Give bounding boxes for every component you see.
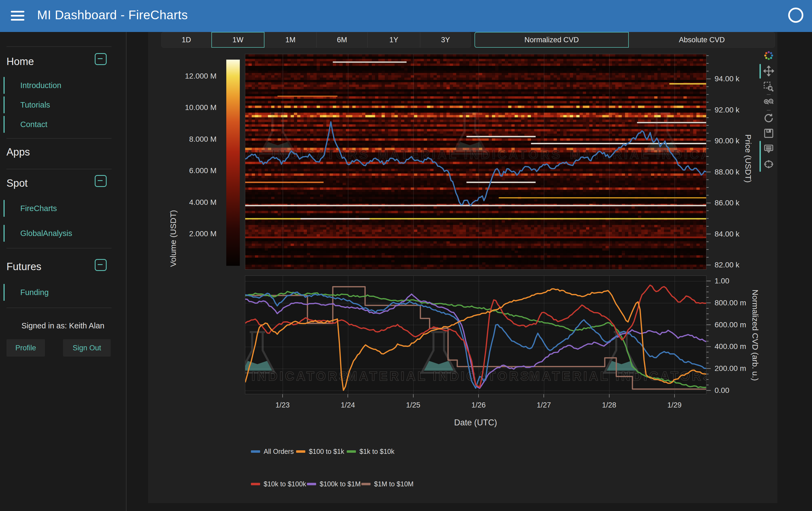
price-tick-label: 90.00 k bbox=[715, 137, 740, 145]
page-title: MI Dashboard - FireCharts bbox=[37, 7, 188, 22]
legend-swatch bbox=[296, 450, 305, 453]
price-tick-label: 92.00 k bbox=[715, 106, 740, 114]
date-tick-label: 1/27 bbox=[533, 401, 555, 409]
absolute-cvd-button[interactable]: Absolute CVD bbox=[629, 32, 775, 48]
price-axis-title: Price (USDT) bbox=[744, 134, 753, 183]
price-tick-label: 84.00 k bbox=[715, 230, 740, 238]
active-bar bbox=[3, 225, 5, 242]
cvd-axis-title: Normalized CVD (arb. u.) bbox=[751, 290, 760, 381]
range-3y-button[interactable]: 3Y bbox=[420, 32, 471, 48]
colorbar-tick-label: 6.000 M bbox=[165, 166, 216, 175]
profile-button[interactable]: Profile bbox=[6, 339, 45, 356]
cvd-tick-label: 600.00 m bbox=[715, 321, 746, 329]
zoom-in-out-icon[interactable] bbox=[763, 97, 774, 108]
legend-swatch bbox=[307, 483, 316, 485]
active-bar bbox=[3, 200, 5, 217]
crosshair-icon[interactable] bbox=[763, 159, 774, 170]
user-avatar-icon[interactable] bbox=[788, 7, 803, 23]
pan-icon[interactable] bbox=[763, 65, 774, 76]
date-tick-mark bbox=[478, 394, 479, 398]
sidebar-heading-futures: Futures bbox=[6, 261, 41, 273]
cvd-axis-ticks bbox=[706, 275, 713, 394]
range-1w-button[interactable]: 1W bbox=[211, 32, 264, 48]
date-tick-label: 1/23 bbox=[272, 401, 293, 409]
sidebar-item-firecharts[interactable]: FireCharts bbox=[3, 200, 57, 217]
colorbar-tick-label: 8.000 M bbox=[165, 135, 216, 143]
date-tick-mark bbox=[282, 394, 283, 398]
legend-swatch bbox=[347, 450, 356, 453]
heatmap-canvas[interactable] bbox=[245, 54, 706, 270]
active-bar bbox=[3, 97, 5, 113]
date-tick-label: 1/24 bbox=[337, 401, 359, 409]
sidebar: Home Introduction Tutorials Contact Apps… bbox=[0, 32, 127, 511]
legend-item-100-1k[interactable]: $100 to $1k bbox=[296, 448, 344, 455]
sidebar-item-funding[interactable]: Funding bbox=[3, 284, 49, 301]
sign-out-button[interactable]: Sign Out bbox=[63, 339, 111, 356]
range-1y-button[interactable]: 1Y bbox=[368, 32, 420, 48]
normalized-cvd-button[interactable]: Normalized CVD bbox=[474, 32, 629, 48]
price-tick-label: 82.00 k bbox=[715, 261, 740, 269]
cvd-mode-group: Normalized CVD Absolute CVD bbox=[474, 32, 775, 48]
colorbar-tick-label: 4.000 M bbox=[165, 198, 216, 207]
legend-swatch bbox=[361, 483, 371, 485]
legend-swatch bbox=[251, 483, 260, 485]
sidebar-item-introduction[interactable]: Introduction bbox=[3, 77, 61, 94]
date-tick-mark bbox=[413, 394, 413, 398]
divider bbox=[6, 138, 112, 139]
save-icon[interactable] bbox=[763, 128, 774, 139]
cvd-chart-canvas[interactable] bbox=[245, 275, 706, 394]
tooltip-icon[interactable] bbox=[763, 143, 774, 154]
signed-in-text: Signed in as: Keith Alan bbox=[0, 321, 126, 330]
app-header: MI Dashboard - FireCharts bbox=[0, 0, 812, 32]
legend-item-all-orders[interactable]: All Orders bbox=[251, 448, 294, 455]
modebar-separator bbox=[767, 110, 771, 111]
active-bar bbox=[3, 284, 5, 301]
menu-icon[interactable] bbox=[11, 11, 24, 22]
cvd-tick-label: 200.00 m bbox=[715, 364, 746, 373]
cvd-tick-label: 0.00 bbox=[715, 386, 729, 395]
colorbar bbox=[226, 60, 240, 266]
autoscale-icon[interactable] bbox=[763, 113, 774, 124]
cvd-tick-label: 1.00 bbox=[715, 277, 729, 285]
colorbar-tick-label: 10.000 M bbox=[165, 103, 216, 112]
sidebar-heading-apps: Apps bbox=[6, 146, 30, 158]
sidebar-item-globalanalysis[interactable]: GlobalAnalysis bbox=[3, 225, 72, 242]
date-tick-mark bbox=[544, 394, 544, 398]
price-tick-label: 88.00 k bbox=[715, 168, 740, 177]
legend-item-1k-10k[interactable]: $1k to $10k bbox=[347, 448, 394, 455]
date-tick-mark bbox=[674, 394, 675, 398]
active-bar bbox=[3, 116, 5, 133]
divider bbox=[6, 46, 112, 47]
date-tick-label: 1/28 bbox=[599, 401, 620, 409]
sidebar-item-tutorials[interactable]: Tutorials bbox=[3, 97, 50, 113]
divider bbox=[6, 307, 112, 308]
date-tick-label: 1/25 bbox=[403, 401, 424, 409]
divider bbox=[6, 248, 112, 248]
active-bar bbox=[3, 77, 5, 94]
range-1m-button[interactable]: 1M bbox=[264, 32, 316, 48]
price-tick-label: 86.00 k bbox=[715, 198, 740, 207]
sidebar-item-contact[interactable]: Contact bbox=[3, 116, 47, 133]
sidebar-heading-spot: Spot bbox=[6, 178, 28, 189]
legend-item-1m-10m[interactable]: $1M to $10M bbox=[361, 480, 413, 488]
range-6m-button[interactable]: 6M bbox=[316, 32, 368, 48]
date-tick-mark bbox=[348, 394, 348, 398]
date-tick-mark bbox=[609, 394, 610, 398]
legend-item-100k-1m[interactable]: $100k to $1M bbox=[307, 480, 361, 488]
modebar-active-indicator bbox=[759, 64, 761, 79]
divider bbox=[6, 169, 112, 169]
price-tick-label: 94.00 k bbox=[715, 75, 740, 83]
time-range-group: 1D 1W 1M 6M 1Y 3Y bbox=[161, 32, 471, 48]
legend-swatch bbox=[251, 450, 260, 453]
cvd-tick-label: 800.00 m bbox=[715, 299, 746, 307]
collapse-home-button[interactable] bbox=[95, 53, 107, 65]
box-zoom-icon[interactable] bbox=[763, 81, 774, 92]
colorbar-tick-label: 12.000 M bbox=[165, 72, 216, 80]
collapse-spot-button[interactable] bbox=[95, 175, 107, 187]
date-tick-label: 1/26 bbox=[468, 401, 489, 409]
collapse-futures-button[interactable] bbox=[95, 259, 107, 271]
plotly-logo-icon[interactable] bbox=[763, 50, 774, 61]
legend-item-10k-100k[interactable]: $10k to $100k bbox=[251, 480, 306, 488]
sidebar-heading-home: Home bbox=[6, 56, 34, 68]
range-1d-button[interactable]: 1D bbox=[161, 32, 211, 48]
